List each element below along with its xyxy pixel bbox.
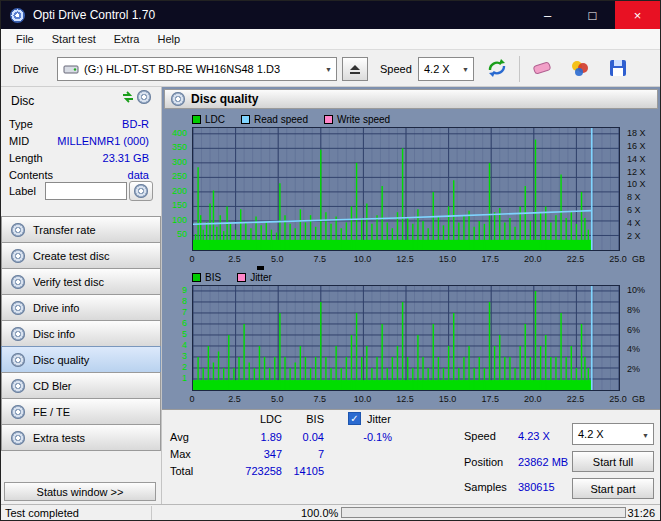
erase-disc-button[interactable]	[528, 54, 556, 82]
disc-refresh-icon[interactable]	[121, 90, 151, 104]
avg-jitter-value: -0.1%	[348, 431, 392, 443]
y-left-tick: 8	[182, 296, 187, 306]
titlebar: Opti Drive Control 1.70 – □ ×	[1, 1, 660, 29]
speed-label: Speed	[380, 63, 412, 75]
window-title: Opti Drive Control 1.70	[33, 8, 525, 22]
legend-label: Read speed	[254, 114, 308, 125]
x-tick: 15.0	[439, 254, 457, 264]
jitter-checkbox[interactable]	[348, 412, 361, 425]
sidebar-item-label: Create test disc	[33, 250, 109, 262]
cd-icon	[11, 353, 25, 367]
speed-combobox-value: 4.2 X	[424, 63, 450, 75]
start-full-button[interactable]: Start full	[572, 451, 654, 472]
legend-swatch	[192, 115, 201, 124]
menu-file[interactable]: File	[7, 30, 43, 48]
app-icon	[10, 8, 25, 23]
drive-combobox[interactable]: (G:) HL-DT-ST BD-RE WH16NS48 1.D3	[57, 57, 337, 81]
menu-extra[interactable]: Extra	[105, 30, 149, 48]
label-field-label: Label	[9, 185, 36, 197]
info-row-type: Type BD-R	[9, 117, 149, 130]
x-tick: 22.5	[567, 394, 585, 404]
y-right-tick: 18 X	[627, 128, 646, 138]
y-right-tick: 6%	[627, 325, 640, 335]
quality-speed-combobox[interactable]: 4.2 X	[572, 423, 654, 445]
menubar: File Start test Extra Help	[1, 29, 660, 50]
position-marker	[257, 266, 264, 270]
speed-check-button[interactable]	[483, 54, 511, 82]
y-right-tick: 10 X	[627, 179, 646, 189]
x-tick: 0	[189, 394, 194, 404]
y-right-tick: 8 X	[627, 192, 641, 202]
menu-start-test[interactable]: Start test	[43, 30, 105, 48]
sidebar-item-verify-test-disc[interactable]: Verify test disc	[1, 268, 161, 295]
legend-label: Write speed	[337, 114, 390, 125]
y-left-tick: 9	[182, 285, 187, 295]
total-row-label: Total	[170, 465, 193, 477]
menu-help[interactable]: Help	[148, 30, 189, 48]
status-text: Test completed	[5, 507, 79, 519]
eject-button[interactable]	[342, 57, 368, 81]
label-input[interactable]	[45, 182, 127, 200]
legend-item: BIS	[192, 272, 221, 283]
toolbar: Drive (G:) HL-DT-ST BD-RE WH16NS48 1.D3 …	[1, 50, 660, 87]
drive-label: Drive	[13, 63, 39, 75]
mid-value: MILLENMR1 (000)	[57, 135, 149, 147]
page-title: Disc quality	[191, 92, 258, 106]
y-right-tick: 14 X	[627, 154, 646, 164]
x-tick: 25.0	[609, 394, 627, 404]
sidebar-item-extra-tests[interactable]: Extra tests	[1, 424, 161, 451]
minimize-button[interactable]: –	[525, 1, 570, 29]
legend-item: LDC	[192, 114, 225, 125]
y-right-tick: 16 X	[627, 141, 646, 151]
legend-swatch	[241, 115, 250, 124]
sidebar-item-label: Extra tests	[33, 432, 85, 444]
type-value: BD-R	[122, 118, 149, 130]
length-value: 23.31 GB	[103, 152, 149, 164]
colors-button[interactable]	[566, 54, 594, 82]
sidebar-item-label: FE / TE	[33, 406, 70, 418]
disc-quality-ldc-svg	[193, 128, 619, 250]
status-window-button[interactable]: Status window >>	[4, 482, 156, 501]
sidebar-item-disc-info[interactable]: Disc info	[1, 320, 161, 347]
statusbar-separator	[151, 506, 152, 520]
save-button[interactable]	[604, 54, 632, 82]
ldc-column-header: LDC	[222, 413, 282, 425]
quality-speed-combobox-value: 4.2 X	[578, 428, 604, 440]
speed-combobox[interactable]: 4.2 X	[418, 57, 474, 81]
y-left-tick: 1	[182, 373, 187, 383]
avg-ldc-value: 1.89	[222, 431, 282, 443]
cd-icon	[11, 379, 25, 393]
max-ldc-value: 347	[222, 448, 282, 460]
sidebar-item-fe-te[interactable]: FE / TE	[1, 398, 161, 425]
x-tick: 15.0	[439, 394, 457, 404]
sidebar-item-cd-bler[interactable]: CD Bler	[1, 372, 161, 399]
progress-percent: 100.0%	[301, 507, 338, 519]
cd-icon	[11, 301, 25, 315]
y-left-tick: 350	[172, 142, 187, 152]
sidebar-item-transfer-rate[interactable]: Transfer rate	[1, 216, 161, 243]
y-right-tick: 12 X	[627, 167, 646, 177]
y-left-tick: 5	[182, 329, 187, 339]
mid-label: MID	[9, 135, 29, 147]
progress-bar	[341, 507, 626, 518]
cd-icon	[11, 275, 25, 289]
ldc-y-axis-left: 40035030025020015010050	[162, 127, 190, 251]
sidebar-item-disc-quality[interactable]: Disc quality	[1, 346, 161, 373]
sidebar-item-create-test-disc[interactable]: Create test disc	[1, 242, 161, 269]
page-title-bar: Disc quality	[164, 89, 658, 109]
maximize-button[interactable]: □	[570, 1, 615, 29]
y-right-tick: 4%	[627, 344, 640, 354]
x-tick: 20.0	[524, 394, 542, 404]
contents-value: data	[128, 169, 149, 181]
disc-label-button[interactable]	[129, 181, 153, 201]
disc-section-title: Disc	[11, 94, 34, 108]
ldc-x-axis: 02.55.07.510.012.515.017.520.022.525.0GB	[192, 254, 620, 266]
x-tick: 17.5	[481, 394, 499, 404]
sidebar-item-drive-info[interactable]: Drive info	[1, 294, 161, 321]
sidebar-buttons: Transfer rate Create test disc Verify te…	[1, 217, 161, 451]
start-part-button[interactable]: Start part	[572, 478, 654, 499]
close-button[interactable]: ×	[615, 1, 660, 29]
legend-swatch	[324, 115, 333, 124]
y-left-tick: 250	[172, 171, 187, 181]
x-tick: 25.0	[609, 254, 627, 264]
